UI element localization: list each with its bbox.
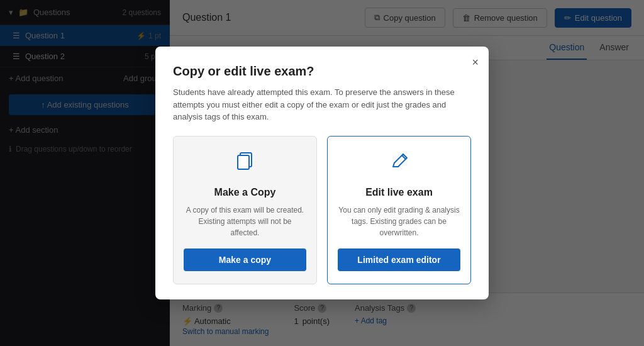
edit-live-option-desc: You can only edit grading & analysis tag…: [338, 204, 460, 238]
edit-option-icon: [387, 149, 412, 179]
svg-rect-1: [238, 155, 249, 169]
limited-exam-editor-button[interactable]: Limited exam editor: [338, 248, 460, 271]
modal-close-button[interactable]: ×: [472, 57, 479, 68]
option-edit-live: Edit live exam You can only edit grading…: [327, 136, 471, 284]
modal-options: Make a Copy A copy of this exam will be …: [173, 136, 471, 284]
modal-title: Copy or edit live exam?: [173, 64, 471, 79]
make-copy-button[interactable]: Make a copy: [184, 248, 306, 271]
modal-overlay: × Copy or edit live exam? Students have …: [0, 0, 644, 346]
edit-live-option-title: Edit live exam: [365, 187, 433, 198]
option-make-copy: Make a Copy A copy of this exam will be …: [173, 136, 317, 284]
copy-option-desc: A copy of this exam will be created. Exi…: [184, 204, 306, 238]
copy-option-icon: [233, 149, 258, 179]
modal-copy-or-edit: × Copy or edit live exam? Students have …: [155, 47, 489, 299]
copy-option-title: Make a Copy: [214, 187, 276, 198]
modal-description: Students have already attempted this exa…: [173, 86, 471, 123]
